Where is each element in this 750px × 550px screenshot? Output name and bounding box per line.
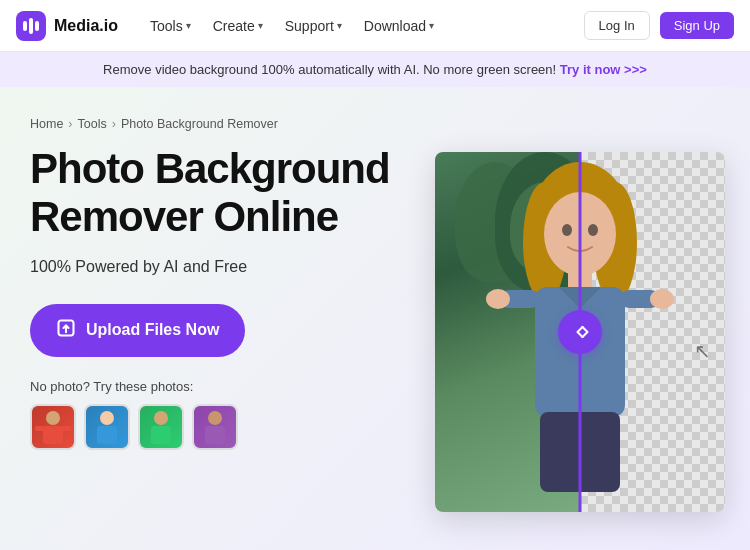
svg-point-20 [562,224,572,236]
try-photos-label: No photo? Try these photos: [30,379,390,394]
navbar: Media.io Tools ▾ Create ▾ Support ▾ Down… [0,0,750,52]
sample-thumb-2[interactable] [84,404,130,450]
svg-rect-14 [205,426,225,444]
svg-point-9 [100,411,114,425]
signup-button[interactable]: Sign Up [660,12,734,39]
cursor-icon: ↖ [694,339,711,363]
chevron-down-icon: ▾ [186,20,191,31]
upload-button-label: Upload Files Now [86,321,219,339]
chevron-down-icon: ▾ [429,20,434,31]
demo-image: ↖ [435,152,725,512]
nav-download-label: Download [364,18,426,34]
login-button[interactable]: Log In [584,11,650,40]
svg-rect-12 [151,426,171,444]
divider-handle[interactable] [558,310,602,354]
nav-download[interactable]: Download ▾ [356,14,442,38]
svg-rect-2 [35,21,39,31]
sample-thumb-1[interactable] [30,404,76,450]
nav-support-label: Support [285,18,334,34]
svg-rect-0 [23,21,27,31]
svg-point-13 [208,411,222,425]
page-title-line1: Photo Background [30,145,390,192]
nav-tools[interactable]: Tools ▾ [142,14,199,38]
chevron-down-icon: ▾ [337,20,342,31]
breadcrumb-current: Photo Background Remover [121,117,278,131]
upload-button[interactable]: Upload Files Now [30,304,245,357]
svg-point-11 [154,411,168,425]
right-panel: ↖ [420,87,750,550]
svg-point-25 [486,289,510,309]
breadcrumb-sep-1: › [68,117,72,131]
svg-rect-7 [35,426,45,431]
svg-rect-1 [29,18,33,34]
sample-thumb-3[interactable] [138,404,184,450]
logo-text: Media.io [54,17,118,35]
breadcrumb-home[interactable]: Home [30,117,63,131]
subtitle: 100% Powered by AI and Free [30,258,390,276]
logo[interactable]: Media.io [16,11,118,41]
breadcrumb-tools[interactable]: Tools [78,117,107,131]
svg-point-21 [588,224,598,236]
svg-point-26 [650,289,674,309]
nav-create-label: Create [213,18,255,34]
main-content: Home › Tools › Photo Background Remover … [0,87,750,550]
banner-link[interactable]: Try it now >>> [560,62,647,77]
svg-rect-8 [61,426,71,431]
promo-banner: Remove video background 100% automatical… [0,52,750,87]
logo-icon [16,11,46,41]
nav-auth: Log In Sign Up [584,11,734,40]
nav-items: Tools ▾ Create ▾ Support ▾ Download ▾ [142,14,560,38]
chevron-down-icon: ▾ [258,20,263,31]
breadcrumb: Home › Tools › Photo Background Remover [30,117,390,131]
upload-icon [56,318,76,343]
left-panel: Home › Tools › Photo Background Remover … [0,87,420,550]
banner-text: Remove video background 100% automatical… [103,62,556,77]
nav-support[interactable]: Support ▾ [277,14,350,38]
page-title: Photo Background Remover Online [30,145,390,242]
sample-thumbnails [30,404,390,450]
nav-tools-label: Tools [150,18,183,34]
breadcrumb-sep-2: › [112,117,116,131]
svg-point-5 [46,411,60,425]
svg-rect-6 [43,426,63,444]
page-title-line2: Remover Online [30,193,338,240]
nav-create[interactable]: Create ▾ [205,14,271,38]
svg-rect-10 [97,426,117,444]
sample-thumb-4[interactable] [192,404,238,450]
